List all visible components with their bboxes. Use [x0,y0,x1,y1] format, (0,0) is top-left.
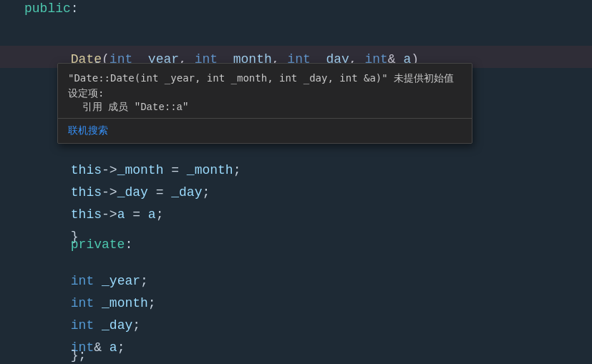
error-tooltip-content: "Date::Date(int _year, int _month, int _… [58,64,472,118]
code-line-8: } [0,201,592,223]
code-line-14: }; [0,334,592,356]
code-line-13: int& a; [0,312,592,334]
code-line-12: int _day; [0,290,592,312]
code-editor: public: Date(int _year, int _month, int … [0,0,592,364]
line-text: }; [21,334,592,364]
error-tooltip: "Date::Date(int _year, int _month, int _… [57,63,472,144]
code-line-2: Date(int _year, int _month, int _day, in… [0,24,592,46]
line-text: public: [21,1,592,16]
code-line-9: private: [0,223,592,245]
code-line-10: int _year; [0,245,592,267]
code-line-1: public: [0,1,592,24]
code-line-11: int _month; [0,267,592,290]
error-message-text: "Date::Date(int _year, int _month, int _… [68,71,462,101]
online-search-link[interactable]: 联机搜索 [68,125,108,137]
code-line-7: this->a = a; [0,179,592,201]
online-search-section[interactable]: 联机搜索 [58,118,472,143]
error-ref-text: 引用 成员 "Date::a" [82,101,462,114]
code-line-6: this->_day = _day; [0,157,592,179]
error-description: "Date::Date(int _year, int _month, int _… [68,72,454,99]
